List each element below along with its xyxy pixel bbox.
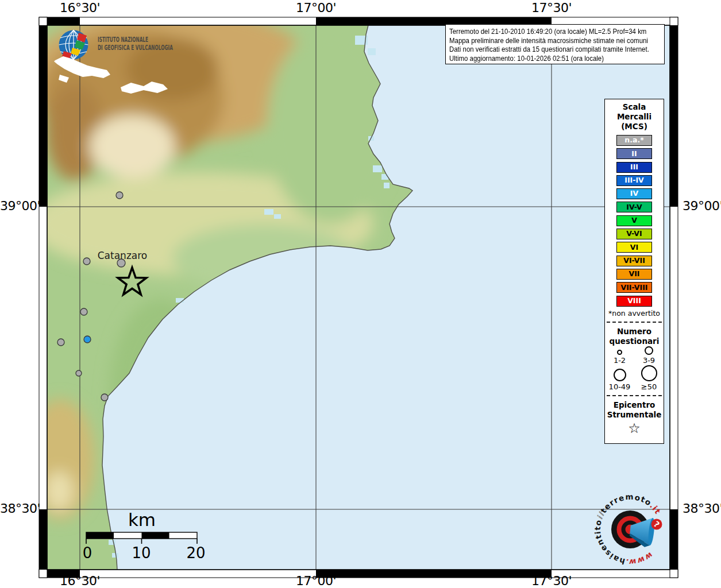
comune-marker-na — [80, 308, 87, 315]
size-label: 10-49 — [609, 382, 631, 391]
legend-swatch-row: VIII — [605, 296, 664, 307]
epicenter-title-2: Strumentale — [605, 410, 664, 420]
legend-swatch-vi: VI — [616, 242, 652, 253]
legend-swatch-row: III — [605, 162, 664, 173]
legend-swatch-row: VI — [605, 242, 664, 253]
ingv-name-line2: DI GEOFISICA E VULCANOLOGIA — [98, 43, 173, 52]
comune-marker-na — [101, 394, 108, 401]
legend-swatch-row: III-IV — [605, 175, 664, 186]
legend-swatch-iv: IV — [616, 188, 652, 199]
legend-swatch-n-a-: n.a.* — [616, 135, 652, 146]
legend-swatch-row: VII — [605, 269, 664, 280]
scale-bar-unit: km — [128, 509, 156, 530]
question-badge: ? — [651, 519, 662, 530]
scale-tick-20: 20 — [186, 544, 205, 562]
legend-swatch-v-vi: V-VI — [616, 229, 652, 239]
info-line-map-type: Mappa preliminare delle intensità macros… — [449, 36, 635, 45]
legend-swatch-row: VII-VIII — [605, 282, 664, 293]
legend-swatch-row: IV — [605, 188, 664, 199]
earthquake-info-box: Terremoto del 21-10-2010 16:49:20 (ora l… — [445, 24, 665, 64]
questionnaire-size-item: ≥50 — [641, 365, 657, 391]
size-circle-icon — [645, 346, 653, 355]
questionnaire-size-item: 1-2 — [614, 350, 626, 365]
size-label: ≥50 — [641, 382, 657, 391]
axis-label-lon-bottom: 17°30' — [520, 574, 583, 588]
legend-panel: Scala Mercalli (MCS) n.a.*IIIIIIII-IVIVI… — [604, 99, 664, 444]
legend-divider — [607, 322, 662, 323]
axis-label-lat-right: 38°30' — [683, 501, 721, 516]
axis-label-lon-top: 17°00' — [284, 1, 348, 15]
axis-label-lon-bottom: 16°30' — [48, 574, 111, 588]
axis-label-lon-bottom: 17°00' — [284, 574, 348, 588]
comune-marker-na — [76, 370, 82, 376]
scale-tick-10: 10 — [132, 544, 151, 562]
info-line-updated: Ultimo aggiornamento: 10-01-2026 02:51 (… — [449, 54, 635, 63]
city-label: Catanzaro — [98, 250, 148, 261]
legend-divider-2 — [607, 395, 662, 396]
size-circle-icon — [617, 350, 622, 355]
size-label: 1-2 — [614, 356, 626, 365]
legend-swatch-iii-iv: III-IV — [616, 175, 652, 186]
size-circle-icon — [614, 369, 626, 381]
axis-label-lat-left: 39°00' — [0, 199, 37, 213]
size-label: 3-9 — [643, 356, 655, 365]
intensity-scale: n.a.*IIIIIIII-IVIVIV-VVV-VIVIVI-VIIVIIVI… — [605, 135, 664, 307]
legend-swatch-v: V — [616, 215, 652, 226]
map-page: ? www.haisentitoilterremoto.it — [0, 0, 721, 588]
info-line-event: Terremoto del 21-10-2010 16:49:20 (ora l… — [449, 27, 635, 36]
legend-swatch-ii: II — [616, 148, 652, 159]
legend-swatch-row: II — [605, 148, 664, 159]
legend-swatch-row: n.a.* — [605, 135, 664, 146]
questionnaire-title-2: questionari — [605, 336, 664, 346]
questionnaire-size-item: 10-49 — [609, 369, 631, 391]
comune-marker-na — [116, 192, 123, 199]
legend-swatch-row: IV-V — [605, 202, 664, 212]
questionnaire-size-key: 1-23-910-49≥50 — [605, 346, 664, 391]
questionnaire-size-item: 3-9 — [643, 346, 655, 365]
legend-footnote: *non avvertito — [605, 309, 664, 318]
comune-marker-IV — [84, 336, 91, 343]
scale-tick-0: 0 — [83, 544, 92, 562]
legend-swatch-viii: VIII — [616, 296, 652, 307]
ingv-name-line1: ISTITUTO NAZIONALE — [98, 35, 148, 44]
questionnaire-title-1: Numero — [605, 327, 664, 336]
legend-title: Scala Mercalli (MCS) — [605, 102, 664, 131]
size-circle-icon — [641, 365, 657, 381]
legend-swatch-vi-vii: VI-VII — [616, 256, 652, 266]
axis-label-lat-right: 39°00' — [683, 199, 721, 213]
legend-swatch-vii-viii: VII-VIII — [616, 282, 652, 293]
comune-marker-na — [83, 258, 90, 265]
epicenter-title-1: Epicentro — [605, 400, 664, 410]
axis-label-lat-left: 38°30' — [0, 501, 37, 516]
epicenter-legend-star-icon: ☆ — [605, 421, 664, 436]
axis-label-lon-top: 16°30' — [48, 1, 111, 15]
info-line-data-source: Dati non verificati estratti da 15 quest… — [449, 45, 635, 54]
legend-swatch-iv-v: IV-V — [616, 202, 652, 212]
axis-label-lon-top: 17°30' — [520, 1, 583, 15]
legend-swatch-row: V — [605, 215, 664, 226]
legend-swatch-iii: III — [616, 162, 652, 173]
legend-swatch-row: VI-VII — [605, 256, 664, 266]
legend-swatch-row: V-VI — [605, 229, 664, 239]
comune-marker-na — [57, 339, 64, 346]
legend-swatch-vii: VII — [616, 269, 652, 280]
